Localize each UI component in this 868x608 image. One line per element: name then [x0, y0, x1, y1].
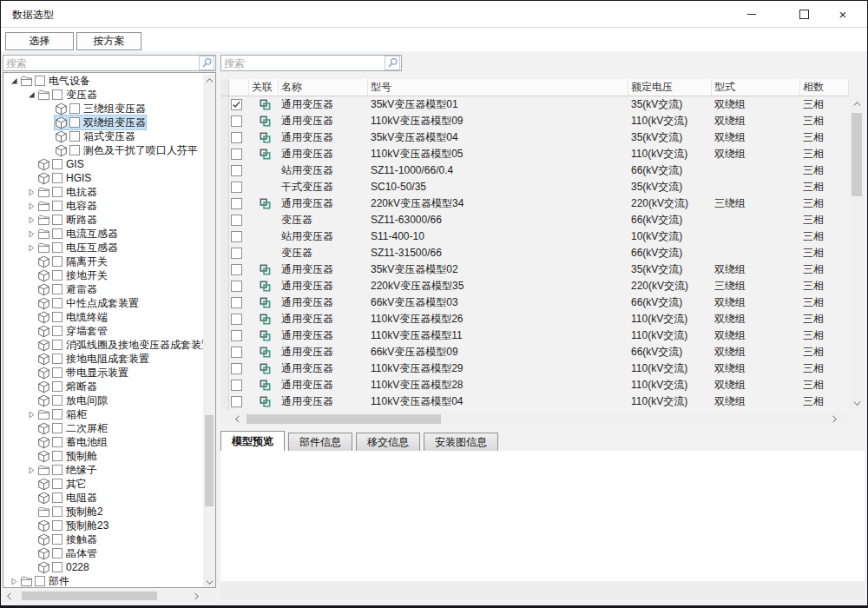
row-checkbox[interactable]: [231, 396, 242, 407]
column-header-name[interactable]: 名称: [279, 79, 368, 96]
tree-item-checkbox[interactable]: [52, 395, 62, 406]
tree-item[interactable]: 带电显示装置: [3, 366, 203, 380]
row-header-cell[interactable]: [220, 195, 229, 212]
expand-arrow-icon[interactable]: [26, 466, 37, 474]
tree-item-checkbox[interactable]: [69, 131, 80, 142]
column-header-model[interactable]: 型号: [368, 79, 628, 96]
row-checkbox[interactable]: [231, 198, 242, 209]
tree-item[interactable]: 预制舱23: [3, 519, 203, 532]
tree-item-checkbox[interactable]: [52, 298, 62, 308]
row-header-cell[interactable]: [220, 129, 229, 146]
row-header-cell[interactable]: [220, 294, 229, 311]
collapse-arrow-icon[interactable]: [26, 91, 37, 99]
expand-arrow-icon[interactable]: [26, 188, 37, 196]
scroll-down-icon[interactable]: [203, 576, 215, 588]
row-checkbox[interactable]: [231, 231, 242, 242]
tree-item[interactable]: 箱式变压器: [3, 129, 203, 143]
row-header-cell[interactable]: [220, 96, 229, 113]
table-row[interactable]: 通用变压器110kV变压器模型04110(kV交流)双绕组三相: [220, 393, 849, 410]
table-row[interactable]: 通用变压器66kV变压器模型0966(kV交流)双绕组三相: [220, 344, 849, 360]
row-checkbox[interactable]: [231, 264, 242, 275]
row-header-cell[interactable]: [220, 311, 229, 327]
tree-item[interactable]: 接地开关: [3, 268, 203, 282]
tree-item[interactable]: 双绕组变压器: [3, 116, 203, 129]
column-header-voltage[interactable]: 额定电压: [628, 79, 712, 96]
row-checkbox[interactable]: [231, 347, 242, 358]
expand-arrow-icon[interactable]: [9, 578, 20, 585]
tree-item[interactable]: 熔断器: [3, 380, 203, 393]
table-row[interactable]: 站用变压器SZ11-1000/66/0.466(kV交流)三相: [220, 162, 849, 179]
tree-vertical-scrollbar[interactable]: [203, 74, 215, 588]
table-hscroll-thumb[interactable]: [247, 414, 441, 424]
tree-item[interactable]: 0228: [3, 560, 203, 574]
tree-item-checkbox[interactable]: [52, 201, 62, 211]
table-row[interactable]: 通用变压器110kV变压器模型26110(kV交流)双绕组三相: [220, 311, 849, 327]
tree-item-checkbox[interactable]: [52, 381, 62, 392]
scroll-left-icon[interactable]: [231, 412, 243, 426]
row-header-cell[interactable]: [220, 261, 229, 278]
row-checkbox[interactable]: [231, 116, 242, 127]
tree-item[interactable]: 电容器: [3, 199, 203, 213]
row-header-cell[interactable]: [220, 245, 229, 261]
tree-item[interactable]: 电流互感器: [3, 227, 203, 241]
tab-model-preview[interactable]: 模型预览: [220, 431, 285, 451]
tree-item-checkbox[interactable]: [52, 215, 62, 225]
tree-item-checkbox[interactable]: [69, 103, 80, 114]
tree-item-checkbox[interactable]: [35, 76, 45, 86]
row-header-cell[interactable]: [220, 228, 229, 245]
tree-item[interactable]: 电压互感器: [3, 241, 203, 254]
row-header-cell[interactable]: [220, 327, 229, 344]
tree-item-checkbox[interactable]: [52, 326, 62, 336]
scroll-right-icon[interactable]: [828, 412, 840, 426]
scroll-right-icon[interactable]: [190, 590, 202, 602]
tree-search-button[interactable]: [199, 56, 214, 70]
tree-item-checkbox[interactable]: [52, 270, 62, 281]
tab-installation-drawing-info[interactable]: 安装图信息: [424, 433, 498, 451]
tree-item-checkbox[interactable]: [52, 367, 62, 378]
tree-item[interactable]: 二次屏柜: [3, 421, 203, 435]
table-row[interactable]: 站用变压器S11-400-1010(kV交流)三相: [220, 228, 849, 245]
minimize-button[interactable]: [734, 1, 769, 27]
row-header-cell[interactable]: [220, 179, 229, 195]
tree-item-checkbox[interactable]: [52, 409, 62, 420]
tree-item[interactable]: 测色及干扰了喷口人芬平: [3, 143, 203, 157]
row-checkbox[interactable]: [231, 215, 242, 226]
table-row[interactable]: 通用变压器220kV变压器模型35220(kV交流)三绕组三相: [220, 278, 849, 294]
tree-item[interactable]: 三绕组变压器: [3, 102, 203, 116]
tree-item-checkbox[interactable]: [52, 354, 62, 364]
scroll-down-icon[interactable]: [849, 396, 865, 410]
row-header-cell[interactable]: [220, 113, 229, 129]
tree-item[interactable]: 隔离开关: [3, 254, 203, 268]
tree-item[interactable]: 消弧线圈及接地变压器成套装置: [3, 338, 203, 352]
table-horizontal-scrollbar[interactable]: [220, 412, 849, 426]
tree-item[interactable]: HGIS: [3, 171, 203, 185]
tab-handover-info[interactable]: 移交信息: [356, 433, 420, 451]
tree-item-checkbox[interactable]: [69, 117, 80, 128]
tree-item-checkbox[interactable]: [52, 451, 62, 461]
row-checkbox[interactable]: [231, 165, 242, 176]
scroll-left-icon[interactable]: [3, 590, 15, 602]
tree-item-checkbox[interactable]: [52, 437, 62, 447]
row-checkbox[interactable]: [231, 281, 242, 292]
table-row[interactable]: 变压器SZ11-31500/6666(kV交流)三相: [220, 245, 849, 261]
scroll-up-icon[interactable]: [849, 96, 865, 110]
tree-hscroll-thumb[interactable]: [22, 591, 157, 600]
tree-item[interactable]: 穿墙套管: [3, 324, 203, 338]
tree-item-checkbox[interactable]: [52, 173, 62, 183]
scroll-up-icon[interactable]: [203, 74, 215, 86]
table-row[interactable]: 通用变压器110kV变压器模型28110(kV交流)双绕组三相: [220, 377, 849, 393]
table-row[interactable]: 变压器SZ11-63000/6666(kV交流)三相: [220, 212, 849, 228]
tree-vscroll-thumb[interactable]: [205, 415, 214, 506]
row-header-cell[interactable]: [220, 360, 229, 377]
expand-arrow-icon[interactable]: [26, 244, 37, 252]
tree-horizontal-scrollbar[interactable]: [3, 590, 216, 602]
close-button[interactable]: ×: [825, 1, 860, 27]
tree-item[interactable]: 部件: [3, 574, 203, 588]
tree-item[interactable]: 箱柜: [3, 407, 203, 421]
row-checkbox-checked[interactable]: [231, 99, 242, 110]
row-checkbox[interactable]: [231, 248, 242, 259]
table-row[interactable]: 干式变压器SC10-50/3535(kV交流)三相: [220, 179, 849, 195]
table-row[interactable]: 通用变压器110kV变压器模型09110(kV交流)双绕组三相: [220, 113, 849, 129]
table-row[interactable]: 通用变压器110kV变压器模型29110(kV交流)双绕组三相: [220, 360, 849, 377]
row-checkbox[interactable]: [231, 363, 242, 374]
